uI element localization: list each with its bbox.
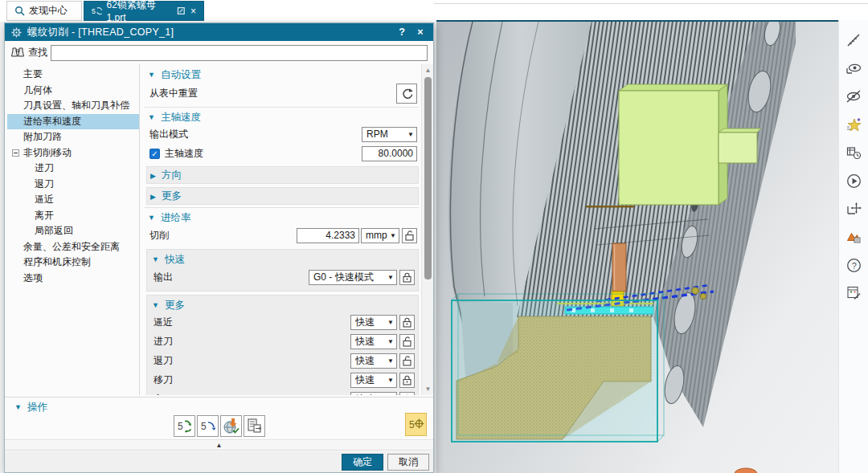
retract-feed-dropdown[interactable]: 快速 ▼	[350, 353, 397, 369]
section-spindle-speed[interactable]: ▼ 主轴速度	[145, 110, 419, 124]
scrollbar-thumb[interactable]	[424, 77, 432, 279]
section-rapid[interactable]: ▼ 快速	[149, 252, 416, 267]
unlock-icon[interactable]	[399, 334, 415, 349]
dialog-title-bar[interactable]: 螺纹切削 - [THREAD_COPY_1] ? ×	[5, 23, 433, 41]
rapid-output-dropdown[interactable]: G0 - 快速模式 ▼	[309, 270, 397, 285]
dropdown-caret-icon: ▼	[387, 319, 394, 326]
lock-icon[interactable]	[399, 315, 415, 330]
enhance-scene-icon[interactable]	[843, 114, 864, 135]
graphics-viewport[interactable]	[436, 20, 868, 473]
tree-item-retract[interactable]: 退刀	[7, 177, 139, 193]
tree-item-program-machine[interactable]: 程序和机床控制	[7, 255, 139, 271]
tree-item-options[interactable]: 选项	[7, 271, 139, 287]
dialog-collapse-handle[interactable]: ▲	[5, 439, 433, 451]
svg-text:5: 5	[178, 421, 183, 432]
section-auto-settings[interactable]: ▼ 自动设置	[145, 67, 419, 82]
tab-label: 发现中心	[29, 4, 68, 18]
calculator-icon[interactable]	[843, 283, 864, 304]
properties-panel: ▼ 自动设置 从表中重置 ▼ 主轴速度 输出模式 RPM ▼	[140, 64, 422, 395]
show-icon[interactable]	[843, 58, 864, 79]
tab-part-file[interactable]: 5 62锁紧螺母1.prt ×	[84, 1, 204, 21]
scroll-up-icon[interactable]: ▲	[422, 65, 433, 75]
viewport-toolbar: ?	[838, 20, 868, 473]
traverse-feed-dropdown[interactable]: 快速 ▼	[350, 373, 397, 388]
tree-item-stock-tolerance[interactable]: 余量、公差和安全距离	[7, 239, 139, 255]
dropdown-caret-icon: ▼	[387, 338, 394, 345]
spindle-speed-checkbox[interactable]: ✓	[149, 149, 160, 159]
caret-down-icon: ▼	[148, 71, 155, 79]
caret-down-icon: ▼	[152, 255, 159, 263]
tree-item-noncutting-moves[interactable]: 非切削移动	[7, 145, 139, 161]
close-button[interactable]: ×	[414, 27, 427, 38]
list-toolpath-button[interactable]	[244, 415, 265, 437]
move-object-icon[interactable]	[843, 198, 864, 219]
approach-feed-dropdown[interactable]: 快速 ▼	[350, 315, 397, 330]
edit-display-button[interactable]: 5	[405, 413, 427, 436]
tree-item-geometry[interactable]: 几何体	[7, 83, 139, 99]
tree-item-engage[interactable]: 进刀	[7, 161, 139, 177]
measure-icon[interactable]	[843, 30, 864, 51]
tab-discovery-center[interactable]: 发现中心	[6, 1, 82, 21]
tree-item-approach[interactable]: 逼近	[7, 192, 139, 208]
cancel-button[interactable]: 取消	[387, 454, 429, 471]
binoculars-icon	[10, 47, 25, 59]
tree-expander-minus-icon[interactable]	[12, 149, 19, 157]
machine-navigator-icon[interactable]	[843, 142, 864, 163]
properties-scrollbar[interactable]: ▲ ▼	[421, 64, 433, 395]
generate-toolpath-button[interactable]: 5	[174, 415, 195, 437]
simulation-monitor-icon[interactable]	[843, 226, 864, 247]
tree-item-local-return[interactable]: 局部返回	[7, 223, 139, 239]
tree-item-additional-passes[interactable]: 附加刀路	[7, 129, 139, 145]
lock-icon[interactable]	[399, 392, 415, 396]
ok-button[interactable]: 确定	[342, 454, 383, 471]
tree-item-tool-axis-comp[interactable]: 刀具设置、轴和刀具补偿	[7, 98, 139, 114]
spindle-speed-input[interactable]: 80.0000	[362, 146, 417, 161]
tree-item-departure[interactable]: 离开	[7, 208, 139, 224]
reset-from-table-button[interactable]	[396, 84, 417, 104]
dropdown-caret-icon: ▼	[387, 357, 394, 365]
output-mode-dropdown[interactable]: RPM ▼	[362, 127, 417, 142]
holder-edge-line	[586, 206, 634, 208]
section-actions[interactable]: ▼ 操作	[11, 400, 433, 414]
engage-feed-dropdown[interactable]: 快速 ▼	[350, 334, 397, 349]
find-input[interactable]	[51, 45, 428, 61]
traverse-feed-label: 移刀	[154, 373, 350, 387]
divider	[434, 3, 868, 4]
tree-item-feeds-speeds[interactable]: 进给率和速度	[7, 114, 139, 130]
help-button[interactable]: ?	[395, 27, 408, 38]
gear-icon	[11, 27, 22, 38]
cut-feed-unit-dropdown[interactable]: mmpr ▼	[361, 228, 399, 243]
replay-toolpath-button[interactable]: 5	[197, 415, 219, 437]
play-simulation-icon[interactable]	[843, 170, 864, 191]
svg-text:5: 5	[201, 421, 207, 432]
scroll-down-icon[interactable]: ▼	[422, 384, 433, 394]
cut-feed-label: 切削	[149, 229, 297, 243]
cut-feed-input[interactable]: 4.2333	[297, 228, 359, 243]
help-icon[interactable]: ?	[843, 255, 864, 275]
unlock-icon[interactable]	[399, 353, 415, 369]
verify-toolpath-button[interactable]	[220, 415, 242, 437]
section-feed-more[interactable]: ▼ 更多	[149, 298, 416, 312]
section-direction[interactable]: ▶ 方向	[147, 168, 418, 183]
section-feed-rate[interactable]: ▼ 进给率	[145, 210, 419, 225]
rapid-output-label: 输出	[154, 271, 309, 284]
hide-icon[interactable]	[843, 86, 864, 107]
find-row: 查找	[5, 42, 433, 63]
svg-text:?: ?	[851, 260, 856, 270]
find-label: 查找	[28, 46, 47, 59]
section-spindle-more[interactable]: ▶ 更多	[147, 189, 418, 204]
lock-icon[interactable]	[399, 373, 415, 388]
lock-icon[interactable]	[399, 270, 415, 285]
departure-feed-dropdown[interactable]: 快速 ▼	[350, 392, 397, 396]
approach-feed-label: 逼近	[154, 316, 350, 329]
unlock-icon[interactable]	[402, 228, 417, 243]
float-window-icon[interactable]	[177, 6, 186, 15]
departure-feed-label: 离开	[154, 393, 350, 396]
operation-file-icon: 5	[92, 6, 103, 16]
discovery-icon	[14, 6, 25, 16]
tab-label: 62锁紧螺母1.prt	[107, 0, 174, 23]
dialog-footer: 确定 取消	[5, 451, 433, 472]
close-icon[interactable]: ×	[190, 6, 196, 16]
orange-marker	[735, 468, 757, 473]
tree-item-main[interactable]: 主要	[7, 67, 139, 83]
